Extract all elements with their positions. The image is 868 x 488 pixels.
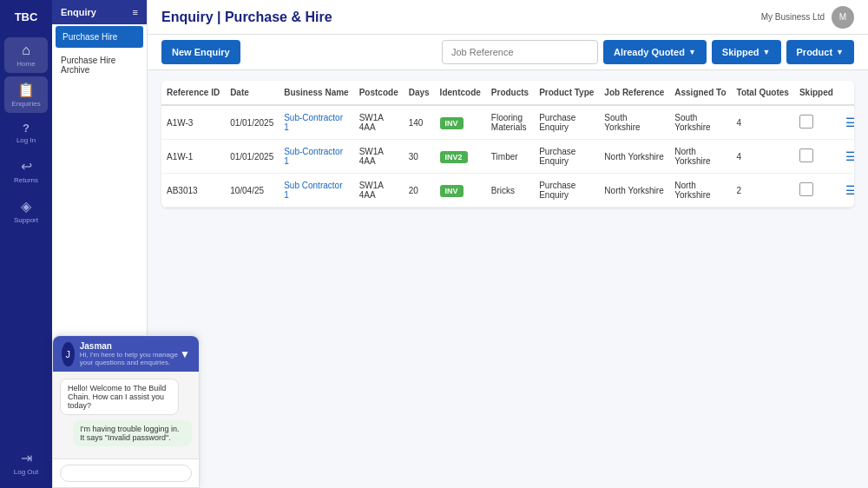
list-icon[interactable]: ☰ (845, 115, 854, 129)
sidebar-item-support[interactable]: ◈ Support (4, 193, 48, 229)
sidebar-item-home[interactable]: ⌂ Home (4, 37, 48, 73)
chat-messages: Hello! Welcome to The Build Chain. How c… (53, 372, 199, 458)
cell-date: 10/04/25 (225, 174, 279, 208)
col-identcode: Identcode (435, 81, 486, 105)
chat-header: J Jasman Hi, I'm here to help you manage… (53, 336, 199, 372)
cell-job-reference: South Yorkshire (599, 105, 669, 140)
inv-badge: INV (440, 117, 464, 129)
topbar: Enquiry | Purchase & Hire My Business Lt… (148, 0, 868, 35)
chat-input[interactable] (60, 465, 192, 482)
filter-left: New Enquiry (161, 40, 240, 64)
cell-identcode: INV2 (435, 140, 486, 174)
menu-item-purchase-hire-archive[interactable]: Purchase Hire Archive (52, 49, 147, 81)
col-total-quotes: Total Quotes (732, 81, 794, 105)
col-postcode: Postcode (354, 81, 404, 105)
job-reference-input[interactable] (442, 40, 598, 64)
cell-business-name: Sub Contractor 1 (279, 174, 353, 208)
cell-product-type: Purchase Enquiry (534, 105, 599, 140)
chat-message-2: I'm having trouble logging in. It says "… (60, 420, 192, 446)
home-icon: ⌂ (22, 43, 30, 58)
cell-days: 20 (404, 174, 435, 208)
cell-skipped (794, 140, 838, 174)
sidebar-item-enquiries[interactable]: 📋 Enquiries (4, 76, 48, 113)
skipped-button[interactable]: Skipped ▼ (712, 40, 781, 64)
sidebar-label-logout: Log Out (14, 468, 38, 476)
chevron-down-icon-2: ▼ (763, 48, 771, 56)
business-link[interactable]: Sub-Contractor 1 (284, 113, 343, 132)
left-panel-title: Enquiry (61, 7, 96, 17)
chevron-down-icon: ▼ (688, 48, 696, 56)
cell-product-type: Purchase Enquiry (534, 140, 599, 174)
cell-postcode: SW1A 4AA (354, 140, 404, 174)
skipped-checkbox[interactable] (799, 115, 813, 129)
sidebar-label-login: Log In (16, 136, 36, 144)
table-body: A1W-3 01/01/2025 Sub-Contractor 1 SW1A 4… (161, 105, 854, 208)
menu-item-purchase-hire[interactable]: Purchase Hire (56, 26, 143, 48)
product-button[interactable]: Product ▼ (786, 40, 854, 64)
sidebar-label-support: Support (14, 216, 38, 224)
sidebar-item-login[interactable]: ? Log In (4, 116, 48, 149)
sidebar-item-logout[interactable]: ⇥ Log Out (4, 445, 48, 481)
cell-total-quotes: 4 (732, 105, 794, 140)
chat-user-sub: Hi, I'm here to help you manage your que… (80, 351, 180, 366)
cell-job-reference: North Yorkshire (599, 140, 669, 174)
cell-skipped (794, 105, 838, 140)
cell-total-quotes: 4 (732, 140, 794, 174)
logout-icon: ⇥ (21, 450, 32, 466)
cell-postcode: SW1A 4AA (354, 174, 404, 208)
inv-badge: INV2 (440, 151, 468, 163)
skipped-checkbox[interactable] (799, 182, 813, 196)
cell-ref-id: A1W-1 (161, 140, 225, 174)
chat-panel: J Jasman Hi, I'm here to help you manage… (52, 335, 200, 488)
table-row: AB3013 10/04/25 Sub Contractor 1 SW1A 4A… (161, 174, 854, 208)
list-icon[interactable]: ☰ (845, 183, 854, 197)
cell-assigned-to: South Yorkshire (669, 105, 731, 140)
sidebar-label-returns: Returns (14, 176, 38, 184)
col-ref-id: Reference ID (161, 81, 225, 105)
col-date: Date (225, 81, 279, 105)
page-title: Enquiry | Purchase & Hire (161, 10, 332, 25)
table-header: Reference ID Date Business Name Postcode… (161, 81, 854, 105)
business-link[interactable]: Sub Contractor 1 (284, 181, 342, 200)
cell-business-name: Sub-Contractor 1 (279, 140, 353, 174)
list-icon[interactable]: ☰ (845, 149, 854, 163)
enquiries-icon: 📋 (17, 82, 35, 98)
avatar[interactable]: M (832, 6, 854, 29)
cell-action-list: ☰ (838, 105, 854, 140)
new-enquiry-button[interactable]: New Enquiry (161, 40, 240, 64)
cell-action-list: ☰ (838, 174, 854, 208)
col-skipped: Skipped (794, 81, 838, 105)
col-job-reference: Job Reference (599, 81, 669, 105)
already-quoted-button[interactable]: Already Quoted ▼ (603, 40, 707, 64)
left-panel-menu-icon[interactable]: ≡ (133, 7, 138, 17)
business-link[interactable]: Sub-Contractor 1 (284, 147, 343, 166)
support-icon: ◈ (21, 198, 31, 214)
cell-total-quotes: 2 (732, 174, 794, 208)
cell-date: 01/01/2025 (225, 105, 279, 140)
chat-close-icon[interactable]: ▼ (180, 348, 190, 360)
inv-badge: INV (440, 185, 464, 197)
cell-product-type: Purchase Enquiry (534, 174, 599, 208)
col-product-type: Product Type (534, 81, 599, 105)
table-row: A1W-3 01/01/2025 Sub-Contractor 1 SW1A 4… (161, 105, 854, 140)
col-days: Days (404, 81, 435, 105)
col-business-name: Business Name (279, 81, 353, 105)
cell-date: 01/01/2025 (225, 140, 279, 174)
cell-skipped (794, 174, 838, 208)
cell-postcode: SW1A 4AA (354, 105, 404, 140)
cell-ref-id: A1W-3 (161, 105, 225, 140)
sidebar-item-returns[interactable]: ↩ Returns (4, 153, 48, 189)
left-panel-header: Enquiry ≡ (52, 0, 147, 24)
cell-ref-id: AB3013 (161, 174, 225, 208)
chat-message-1: Hello! Welcome to The Build Chain. How c… (60, 379, 192, 415)
cell-days: 30 (404, 140, 435, 174)
cell-products: Flooring Materials (486, 105, 534, 140)
cell-business-name: Sub-Contractor 1 (279, 105, 353, 140)
returns-icon: ↩ (21, 158, 32, 175)
skipped-checkbox[interactable] (799, 148, 813, 162)
cell-days: 140 (404, 105, 435, 140)
company-name: My Business Ltd (761, 12, 825, 22)
cell-identcode: INV (435, 105, 486, 140)
main-content: Enquiry | Purchase & Hire My Business Lt… (148, 0, 868, 488)
chat-input-area (53, 458, 199, 487)
